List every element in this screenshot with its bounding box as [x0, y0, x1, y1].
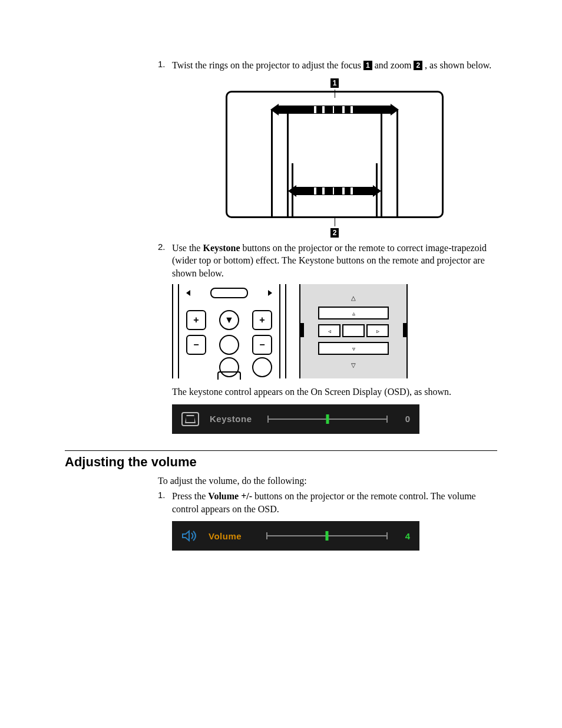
step-1-text-b: and zoom [375, 60, 414, 70]
osd-volume-value: 4 [396, 531, 410, 541]
step-1-text-c: , as shown below. [425, 60, 491, 70]
speaker-icon [181, 530, 198, 542]
step-2-text: Use the Keystone buttons on the projecto… [172, 242, 497, 280]
step-2-text-a: Use the [172, 243, 203, 253]
osd-keystone-value: 0 [396, 414, 410, 424]
step-2-bold-keystone: Keystone [203, 243, 240, 253]
zoom-arrow [296, 187, 373, 195]
panel-keystone-down-outline: ▽ [318, 360, 389, 370]
down-button: ▼ [219, 310, 239, 330]
panel-center-button [342, 324, 365, 337]
panel-right-button: ▹ [366, 324, 389, 337]
step-1-text: Twist the rings on the projector to adju… [172, 59, 491, 72]
projector-rings-diagram [226, 91, 444, 218]
volume-step-1-text: Press the Volume +/- buttons on the proj… [172, 490, 497, 515]
keystone-icon [181, 412, 199, 426]
keystone-minus-right: − [252, 335, 272, 355]
svg-marker-0 [183, 531, 189, 541]
blank-button-1 [219, 335, 239, 355]
vol-step-bold: Volume +/- [208, 491, 252, 501]
remote-top-row [186, 288, 272, 298]
figure-1-callout-bottom: 2 [226, 218, 444, 231]
step-1-number: 1. [158, 59, 172, 72]
step-2: 2. Use the Keystone buttons on the proje… [158, 242, 497, 280]
remote-diagram: + ▼ + − − [172, 284, 286, 378]
osd-volume-bar: Volume 4 [172, 521, 419, 551]
section-rule [65, 450, 497, 451]
step-1-text-a: Twist the rings on the projector to adju… [172, 60, 363, 70]
osd-volume-track [266, 535, 388, 536]
panel-down-row: ▿ [318, 342, 389, 355]
keystone-plus-right: + [252, 310, 272, 330]
osd-volume-figure: Volume 4 [172, 521, 497, 551]
panel-up-row: ▵ [318, 307, 389, 319]
step-2-number: 2. [158, 242, 172, 280]
remote-oval [210, 288, 248, 298]
callout-1-inline: 1 [363, 61, 372, 70]
figure-1-callout-top: 1 [226, 78, 444, 91]
keystone-minus-left: − [186, 335, 206, 355]
panel-lr-row: ◃ ▹ [318, 324, 389, 337]
osd-keystone-track [267, 419, 388, 420]
osd-keystone-figure: Keystone 0 [172, 404, 497, 434]
panel-up-button: ▵ [318, 307, 389, 319]
osd-volume-thumb [326, 531, 329, 541]
figure-2: + ▼ + − − △ [172, 284, 497, 378]
document-page: 1. Twist the rings on the projector to a… [0, 0, 562, 728]
remote-base [217, 371, 241, 380]
figure-1: 1 2 [172, 78, 497, 231]
osd-keystone-bar: Keystone 0 [172, 404, 419, 434]
left-triangle-icon [186, 290, 190, 296]
focus-arrow [279, 106, 391, 114]
callout-1-fig: 1 [330, 78, 339, 88]
osd-keystone-label: Keystone [210, 414, 259, 424]
leader-line [335, 218, 335, 226]
panel-left-button: ◃ [318, 324, 340, 337]
panel-down-button: ▿ [318, 342, 389, 355]
callout-2-fig: 2 [330, 228, 339, 238]
step-1: 1. Twist the rings on the projector to a… [158, 59, 497, 72]
volume-step-1-number: 1. [158, 490, 172, 515]
callout-2-inline: 2 [414, 61, 422, 70]
keystone-plus-left: + [186, 310, 206, 330]
vol-step-text-a: Press the [172, 491, 208, 501]
volume-intro: To adjust the volume, do the following: [158, 476, 497, 486]
panel-edge-left [299, 323, 304, 337]
panel-keystone-up-outline: △ [318, 292, 389, 303]
osd-volume-label: Volume [209, 531, 258, 541]
remote-row-2: − − [186, 335, 272, 355]
section-heading-adjusting-volume: Adjusting the volume [65, 454, 497, 470]
blank-button-3 [252, 357, 272, 377]
remote-row-1: + ▼ + [186, 310, 272, 330]
right-triangle-icon [268, 290, 272, 296]
panel-edge-right [403, 323, 408, 337]
volume-step-1: 1. Press the Volume +/- buttons on the p… [158, 490, 497, 515]
osd-caption: The keystone control appears on the On S… [172, 386, 497, 398]
osd-keystone-thumb [326, 414, 329, 424]
projector-panel-diagram: △ ▵ ◃ ▹ ▿ ▽ [299, 284, 408, 378]
